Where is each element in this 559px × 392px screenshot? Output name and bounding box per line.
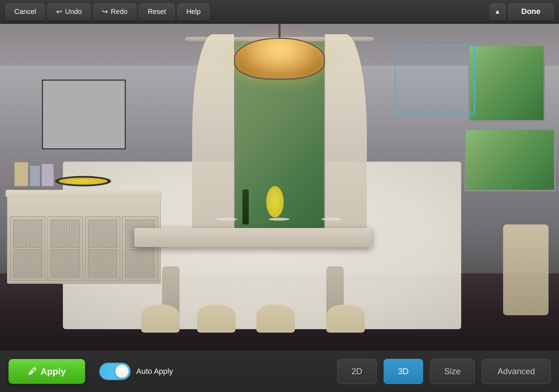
auto-apply-area: Auto Apply bbox=[99, 363, 173, 380]
top-toolbar: Cancel ↩ Undo ↪ Redo Reset Help ▲ Done bbox=[0, 0, 559, 24]
help-button[interactable]: Help bbox=[177, 3, 209, 20]
chandelier bbox=[234, 24, 325, 80]
door-pane bbox=[29, 220, 43, 248]
redo-icon: ↪ bbox=[102, 7, 108, 16]
door-pane bbox=[66, 249, 80, 278]
view-3d-button[interactable]: 3D bbox=[384, 359, 423, 384]
advanced-button[interactable]: Advanced bbox=[482, 359, 551, 384]
window-right-upper bbox=[468, 45, 545, 121]
door-pane bbox=[103, 249, 117, 278]
wall-frame[interactable] bbox=[42, 80, 126, 149]
table-surface bbox=[134, 228, 372, 247]
dining-area bbox=[120, 200, 386, 322]
plate bbox=[321, 218, 342, 221]
toggle-thumb bbox=[115, 365, 129, 378]
door-pane bbox=[13, 249, 27, 278]
view-2d-button[interactable]: 2D bbox=[337, 359, 377, 384]
chair-right-side bbox=[503, 224, 549, 315]
undo-button[interactable]: ↩ Undo bbox=[48, 3, 90, 20]
door-pane bbox=[88, 220, 102, 248]
done-button[interactable]: Done bbox=[508, 3, 553, 20]
book-2 bbox=[30, 165, 40, 186]
door-pane bbox=[66, 220, 80, 248]
flower-vase bbox=[266, 186, 284, 217]
chandelier-body bbox=[234, 38, 325, 80]
sideboard-door-2 bbox=[48, 216, 83, 281]
chair-front-1 bbox=[141, 305, 180, 333]
chandelier-chain bbox=[278, 24, 281, 38]
door-pane bbox=[88, 249, 102, 278]
right-windows bbox=[465, 45, 559, 191]
book-3 bbox=[42, 164, 54, 186]
wine-bottle bbox=[242, 190, 249, 224]
scene-viewport[interactable] bbox=[0, 24, 559, 350]
sideboard-door-3 bbox=[85, 216, 120, 281]
chair-front-2 bbox=[197, 305, 235, 333]
window-right-lower bbox=[465, 128, 556, 191]
chair-front-3 bbox=[256, 305, 295, 333]
redo-button[interactable]: ↪ Redo bbox=[93, 3, 136, 20]
door-pane bbox=[29, 249, 43, 278]
reset-button[interactable]: Reset bbox=[139, 3, 175, 20]
fruit-bowl bbox=[55, 176, 111, 186]
door-pane bbox=[103, 220, 117, 248]
door-pane bbox=[51, 220, 65, 248]
size-button[interactable]: Size bbox=[430, 359, 475, 384]
plate bbox=[269, 218, 290, 221]
apply-button[interactable]: 🖌 Apply bbox=[8, 359, 85, 384]
selection-box[interactable] bbox=[395, 45, 475, 114]
undo-icon: ↩ bbox=[56, 7, 62, 16]
plate bbox=[216, 218, 237, 221]
table-settings bbox=[148, 210, 358, 228]
auto-apply-label: Auto Apply bbox=[136, 367, 173, 376]
plate bbox=[164, 218, 185, 221]
door-pane bbox=[51, 249, 65, 278]
door-pane bbox=[13, 220, 27, 248]
sideboard-door-1 bbox=[10, 216, 45, 281]
auto-apply-toggle[interactable] bbox=[99, 363, 131, 380]
sideboard-top bbox=[6, 190, 162, 197]
collapse-button[interactable]: ▲ bbox=[489, 3, 506, 20]
cancel-button[interactable]: Cancel bbox=[6, 3, 45, 20]
paint-icon: 🖌 bbox=[28, 367, 36, 376]
sideboard-decor bbox=[14, 162, 111, 186]
book-1 bbox=[14, 162, 28, 186]
bottom-toolbar: 🖌 Apply Auto Apply 2D 3D Size Advanced bbox=[0, 350, 559, 392]
chair-front-4 bbox=[326, 305, 365, 333]
